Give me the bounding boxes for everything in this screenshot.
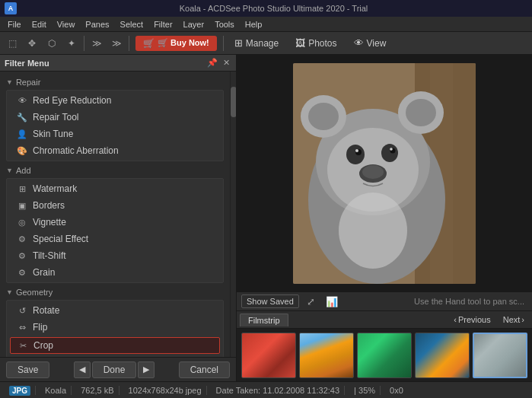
- panel-header: Filter Menu 📌 ✕: [0, 55, 236, 72]
- repair-group: 👁 Red Eye Reduction 🔧 Repair Tool 👤 Skin…: [6, 90, 224, 161]
- hand-tool-hint: Use the Hand tool to pan sc...: [346, 297, 527, 306]
- menu-file[interactable]: File: [3, 18, 26, 30]
- special-effect-label: Special Effect: [33, 234, 88, 244]
- manage-button[interactable]: ⊞ Manage: [227, 35, 286, 51]
- repair-toggle[interactable]: ▼: [6, 78, 13, 86]
- toolbar-sep-1: [84, 36, 84, 51]
- next-button[interactable]: Next ›: [499, 314, 529, 326]
- status-dimensions: 1024x768x24b jpeg: [124, 386, 207, 395]
- right-panel: Show Saved ⤢ 📊 Use the Hand tool to pan …: [237, 55, 532, 381]
- flip-icon: ⇔: [16, 321, 28, 333]
- crop-icon: ✂: [17, 339, 29, 352]
- chevron-right-icon: ›: [521, 315, 524, 324]
- svg-point-10: [346, 145, 365, 164]
- toolbar-more-btn-2[interactable]: ≫: [107, 34, 126, 53]
- filmstrip-thumb-4[interactable]: [415, 333, 470, 378]
- toolbar-select-btn[interactable]: ⬚: [3, 34, 21, 53]
- next-nav-button[interactable]: ▶: [138, 361, 155, 378]
- filter-red-eye[interactable]: 👁 Red Eye Reduction: [7, 92, 223, 109]
- view-button[interactable]: 👁 View: [346, 35, 394, 51]
- menu-view[interactable]: View: [53, 18, 80, 30]
- filter-borders[interactable]: ▣ Borders: [7, 197, 223, 214]
- filmstrip-bar: Filmstrip ‹ Previous Next ›: [237, 311, 532, 328]
- title-bar: A Koala - ACDSee Photo Studio Ultimate 2…: [0, 0, 532, 17]
- tilt-shift-icon: ⚙: [16, 250, 28, 262]
- filter-watermark[interactable]: ⊞ Watermark: [7, 180, 223, 197]
- toolbar-more-btn-1[interactable]: ≫: [88, 34, 106, 53]
- scrollbar-thumb[interactable]: [231, 87, 236, 117]
- main-layout: Filter Menu 📌 ✕ ▼ Repair 👁 Red Eye Reduc…: [0, 55, 532, 381]
- geometry-toggle[interactable]: ▼: [6, 288, 13, 296]
- filmstrip-thumb-1[interactable]: [241, 333, 296, 378]
- filmstrip-thumb-5-active[interactable]: [473, 333, 527, 378]
- watermark-label: Watermark: [33, 183, 77, 194]
- close-panel-button[interactable]: ✕: [221, 58, 231, 68]
- menu-select[interactable]: Select: [116, 18, 148, 30]
- svg-point-15: [390, 148, 393, 151]
- svg-point-8: [406, 99, 436, 126]
- buy-now-button[interactable]: 🛒 🛒 Buy Now!: [135, 36, 217, 51]
- menu-tools[interactable]: Tools: [210, 18, 239, 30]
- filter-crop[interactable]: ✂ Crop: [10, 337, 220, 354]
- filter-grain[interactable]: ⚙ Grain: [7, 264, 223, 281]
- cancel-button[interactable]: Cancel: [179, 361, 230, 378]
- vignette-icon: ◎: [16, 216, 28, 228]
- expand-icon[interactable]: ⤢: [304, 295, 318, 309]
- geometry-section-header: ▼ Geometry: [0, 285, 230, 298]
- buy-icon: 🛒: [143, 38, 155, 49]
- geometry-label: Geometry: [16, 288, 53, 297]
- prev-nav-button[interactable]: ◀: [74, 361, 91, 378]
- filter-tilt-shift[interactable]: ⚙ Tilt-Shift: [7, 247, 223, 264]
- menu-layer[interactable]: Layer: [179, 18, 209, 30]
- filmstrip-thumb-2[interactable]: [299, 333, 354, 378]
- menu-panes[interactable]: Panes: [81, 18, 113, 30]
- filter-vignette[interactable]: ◎ Vignette: [7, 214, 223, 231]
- filmstrip-tab[interactable]: Filmstrip: [240, 314, 288, 326]
- manage-icon: ⊞: [234, 37, 243, 49]
- photos-button[interactable]: 🖼 Photos: [288, 35, 344, 51]
- filter-skin-tune[interactable]: 👤 Skin Tune: [7, 126, 223, 142]
- filmstrip-thumb-3[interactable]: [357, 333, 412, 378]
- filter-rotate[interactable]: ↺ Rotate: [7, 302, 223, 319]
- show-saved-button[interactable]: Show Saved: [241, 295, 299, 308]
- save-button[interactable]: Save: [6, 361, 49, 378]
- svg-point-11: [381, 144, 398, 162]
- svg-point-18: [339, 193, 407, 269]
- filter-special-effect[interactable]: ⚙ Special Effect: [7, 231, 223, 247]
- status-zoom: | 35%: [349, 386, 381, 395]
- filmstrip-nav: ‹ Previous Next ›: [449, 314, 529, 326]
- toolbar-move-btn[interactable]: ✥: [23, 34, 41, 53]
- panel-bottom: Save ◀ Done ▶ Cancel: [0, 357, 236, 381]
- chromatic-icon: 🎨: [16, 145, 28, 157]
- svg-point-17: [362, 165, 384, 179]
- red-eye-label: Red Eye Reduction: [33, 95, 111, 106]
- filter-repair-tool[interactable]: 🔧 Repair Tool: [7, 109, 223, 126]
- borders-icon: ▣: [16, 199, 28, 212]
- filter-chromatic[interactable]: 🎨 Chromatic Aberration: [7, 142, 223, 159]
- done-button[interactable]: Done: [92, 361, 137, 378]
- add-toggle[interactable]: ▼: [6, 167, 13, 174]
- pin-button[interactable]: 📌: [207, 58, 218, 68]
- image-area: [237, 55, 532, 291]
- status-filesize: 762,5 kB: [76, 386, 119, 395]
- menu-filter[interactable]: Filter: [149, 18, 177, 30]
- svg-point-14: [355, 149, 358, 152]
- menu-help[interactable]: Help: [241, 18, 267, 30]
- toolbar-magic-btn[interactable]: ✦: [62, 34, 81, 53]
- filter-flip[interactable]: ⇔ Flip: [7, 319, 223, 336]
- status-bar: JPG Koala 762,5 kB 1024x768x24b jpeg Dat…: [0, 381, 532, 398]
- panel-title: Filter Menu: [5, 59, 49, 68]
- chevron-left-icon: ‹: [454, 315, 457, 324]
- crop-label: Crop: [33, 340, 53, 351]
- svg-point-6: [308, 103, 339, 130]
- histogram-icon[interactable]: 📊: [323, 295, 341, 309]
- view-icon: 👁: [354, 37, 364, 49]
- toolbar-lasso-btn[interactable]: ⬡: [43, 34, 61, 53]
- app-icon: A: [5, 2, 17, 14]
- panel-with-scroll: ▼ Repair 👁 Red Eye Reduction 🔧 Repair To…: [0, 72, 236, 357]
- menu-edit[interactable]: Edit: [27, 18, 51, 30]
- previous-button[interactable]: ‹ Previous: [449, 314, 495, 326]
- geometry-group: ↺ Rotate ⇔ Flip ✂ Crop: [6, 300, 224, 357]
- grain-icon: ⚙: [16, 266, 28, 279]
- toolbar: ⬚ ✥ ⬡ ✦ ≫ ≫ 🛒 🛒 Buy Now! ⊞ Manage 🖼 Phot…: [0, 32, 532, 55]
